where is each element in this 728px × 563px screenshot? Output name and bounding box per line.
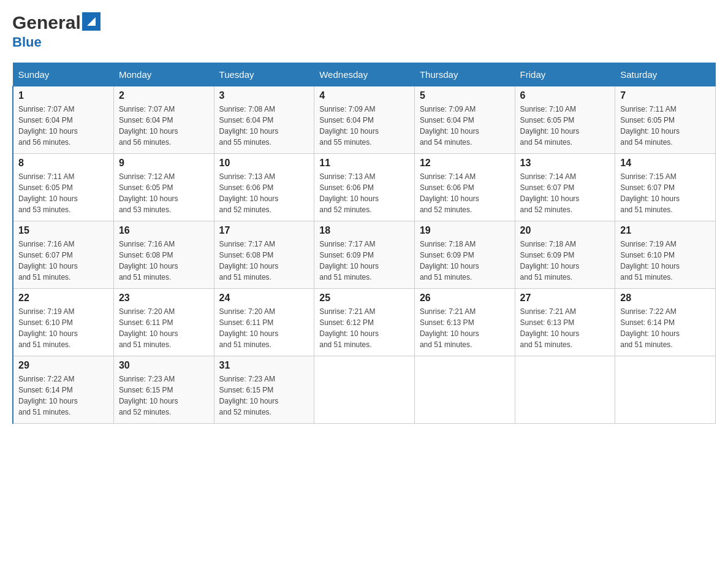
day-number: 26 [420, 293, 510, 304]
calendar-cell: 7Sunrise: 7:11 AMSunset: 6:05 PMDaylight… [615, 86, 716, 154]
calendar-cell: 28Sunrise: 7:22 AMSunset: 6:14 PMDayligh… [615, 289, 716, 356]
calendar-cell: 18Sunrise: 7:17 AMSunset: 6:09 PMDayligh… [314, 221, 415, 289]
day-info: Sunrise: 7:21 AMSunset: 6:13 PMDaylight:… [420, 306, 510, 350]
day-number: 22 [18, 293, 108, 304]
header-wednesday: Wednesday [314, 63, 415, 86]
logo: General Blue [12, 12, 100, 50]
logo-general-text: General [12, 12, 81, 33]
day-info: Sunrise: 7:11 AMSunset: 6:05 PMDaylight:… [18, 171, 108, 215]
day-number: 6 [520, 90, 610, 101]
day-number: 14 [620, 158, 710, 169]
calendar-header-row: SundayMondayTuesdayWednesdayThursdayFrid… [13, 63, 716, 86]
header-thursday: Thursday [414, 63, 515, 86]
calendar-cell: 10Sunrise: 7:13 AMSunset: 6:06 PMDayligh… [214, 154, 314, 221]
calendar-cell: 31Sunrise: 7:23 AMSunset: 6:15 PMDayligh… [214, 356, 314, 424]
day-number: 12 [420, 158, 510, 169]
calendar-cell [414, 356, 515, 424]
header-monday: Monday [113, 63, 214, 86]
day-number: 15 [18, 225, 108, 236]
calendar-cell: 2Sunrise: 7:07 AMSunset: 6:04 PMDaylight… [113, 86, 214, 154]
day-info: Sunrise: 7:16 AMSunset: 6:08 PMDaylight:… [119, 239, 209, 283]
day-info: Sunrise: 7:20 AMSunset: 6:11 PMDaylight:… [119, 306, 209, 350]
logo-blue-text: Blue [12, 34, 42, 50]
calendar-cell: 14Sunrise: 7:15 AMSunset: 6:07 PMDayligh… [615, 154, 716, 221]
header-tuesday: Tuesday [214, 63, 314, 86]
calendar-cell: 16Sunrise: 7:16 AMSunset: 6:08 PMDayligh… [113, 221, 214, 289]
day-info: Sunrise: 7:08 AMSunset: 6:04 PMDaylight:… [219, 104, 309, 148]
day-number: 19 [420, 225, 510, 236]
calendar-cell: 22Sunrise: 7:19 AMSunset: 6:10 PMDayligh… [13, 289, 113, 356]
day-number: 13 [520, 158, 610, 169]
day-number: 2 [119, 90, 209, 101]
calendar-cell: 3Sunrise: 7:08 AMSunset: 6:04 PMDaylight… [214, 86, 314, 154]
day-number: 18 [319, 225, 409, 236]
day-info: Sunrise: 7:16 AMSunset: 6:07 PMDaylight:… [18, 239, 108, 283]
logo-combined: General [12, 12, 100, 33]
week-row-5: 29Sunrise: 7:22 AMSunset: 6:14 PMDayligh… [13, 356, 716, 424]
week-row-2: 8Sunrise: 7:11 AMSunset: 6:05 PMDaylight… [13, 154, 716, 221]
day-info: Sunrise: 7:13 AMSunset: 6:06 PMDaylight:… [219, 171, 309, 215]
day-number: 31 [219, 360, 309, 371]
calendar-cell: 21Sunrise: 7:19 AMSunset: 6:10 PMDayligh… [615, 221, 716, 289]
day-info: Sunrise: 7:18 AMSunset: 6:09 PMDaylight:… [520, 239, 610, 283]
day-info: Sunrise: 7:14 AMSunset: 6:06 PMDaylight:… [420, 171, 510, 215]
day-number: 29 [18, 360, 108, 371]
day-info: Sunrise: 7:20 AMSunset: 6:11 PMDaylight:… [219, 306, 309, 350]
week-row-3: 15Sunrise: 7:16 AMSunset: 6:07 PMDayligh… [13, 221, 716, 289]
calendar-cell: 13Sunrise: 7:14 AMSunset: 6:07 PMDayligh… [515, 154, 615, 221]
calendar-cell: 4Sunrise: 7:09 AMSunset: 6:04 PMDaylight… [314, 86, 415, 154]
day-info: Sunrise: 7:10 AMSunset: 6:05 PMDaylight:… [520, 104, 610, 148]
day-info: Sunrise: 7:22 AMSunset: 6:14 PMDaylight:… [620, 306, 710, 350]
calendar-cell: 23Sunrise: 7:20 AMSunset: 6:11 PMDayligh… [113, 289, 214, 356]
header-saturday: Saturday [615, 63, 716, 86]
day-number: 27 [520, 293, 610, 304]
day-info: Sunrise: 7:07 AMSunset: 6:04 PMDaylight:… [18, 104, 108, 148]
day-number: 25 [319, 293, 409, 304]
day-info: Sunrise: 7:23 AMSunset: 6:15 PMDaylight:… [119, 373, 209, 418]
day-info: Sunrise: 7:19 AMSunset: 6:10 PMDaylight:… [620, 239, 710, 283]
day-info: Sunrise: 7:09 AMSunset: 6:04 PMDaylight:… [420, 104, 510, 148]
day-number: 28 [620, 293, 710, 304]
calendar-cell: 9Sunrise: 7:12 AMSunset: 6:05 PMDaylight… [113, 154, 214, 221]
day-number: 16 [119, 225, 209, 236]
day-info: Sunrise: 7:18 AMSunset: 6:09 PMDaylight:… [420, 239, 510, 283]
day-number: 17 [219, 225, 309, 236]
day-number: 11 [319, 158, 409, 169]
calendar-cell: 20Sunrise: 7:18 AMSunset: 6:09 PMDayligh… [515, 221, 615, 289]
calendar-cell: 6Sunrise: 7:10 AMSunset: 6:05 PMDaylight… [515, 86, 615, 154]
day-number: 4 [319, 90, 409, 101]
day-number: 9 [119, 158, 209, 169]
week-row-1: 1Sunrise: 7:07 AMSunset: 6:04 PMDaylight… [13, 86, 716, 154]
day-number: 21 [620, 225, 710, 236]
calendar-cell: 24Sunrise: 7:20 AMSunset: 6:11 PMDayligh… [214, 289, 314, 356]
day-info: Sunrise: 7:21 AMSunset: 6:13 PMDaylight:… [520, 306, 610, 350]
header-friday: Friday [515, 63, 615, 86]
day-number: 20 [520, 225, 610, 236]
calendar-cell: 29Sunrise: 7:22 AMSunset: 6:14 PMDayligh… [13, 356, 113, 424]
day-number: 5 [420, 90, 510, 101]
day-info: Sunrise: 7:21 AMSunset: 6:12 PMDaylight:… [319, 306, 409, 350]
calendar-cell: 8Sunrise: 7:11 AMSunset: 6:05 PMDaylight… [13, 154, 113, 221]
page-header: General Blue [12, 12, 716, 50]
calendar-cell: 26Sunrise: 7:21 AMSunset: 6:13 PMDayligh… [414, 289, 515, 356]
day-number: 1 [18, 90, 108, 101]
calendar-cell: 27Sunrise: 7:21 AMSunset: 6:13 PMDayligh… [515, 289, 615, 356]
calendar-cell: 12Sunrise: 7:14 AMSunset: 6:06 PMDayligh… [414, 154, 515, 221]
calendar-cell: 11Sunrise: 7:13 AMSunset: 6:06 PMDayligh… [314, 154, 415, 221]
calendar-cell [615, 356, 716, 424]
calendar-cell: 17Sunrise: 7:17 AMSunset: 6:08 PMDayligh… [214, 221, 314, 289]
day-number: 3 [219, 90, 309, 101]
day-info: Sunrise: 7:13 AMSunset: 6:06 PMDaylight:… [319, 171, 409, 215]
calendar-cell: 1Sunrise: 7:07 AMSunset: 6:04 PMDaylight… [13, 86, 113, 154]
calendar-cell: 19Sunrise: 7:18 AMSunset: 6:09 PMDayligh… [414, 221, 515, 289]
day-number: 24 [219, 293, 309, 304]
day-number: 30 [119, 360, 209, 371]
calendar-cell: 25Sunrise: 7:21 AMSunset: 6:12 PMDayligh… [314, 289, 415, 356]
day-info: Sunrise: 7:17 AMSunset: 6:08 PMDaylight:… [219, 239, 309, 283]
logo-triangle-icon [82, 12, 100, 33]
week-row-4: 22Sunrise: 7:19 AMSunset: 6:10 PMDayligh… [13, 289, 716, 356]
header-sunday: Sunday [13, 63, 113, 86]
day-info: Sunrise: 7:07 AMSunset: 6:04 PMDaylight:… [119, 104, 209, 148]
calendar-cell: 15Sunrise: 7:16 AMSunset: 6:07 PMDayligh… [13, 221, 113, 289]
day-info: Sunrise: 7:22 AMSunset: 6:14 PMDaylight:… [18, 373, 108, 418]
